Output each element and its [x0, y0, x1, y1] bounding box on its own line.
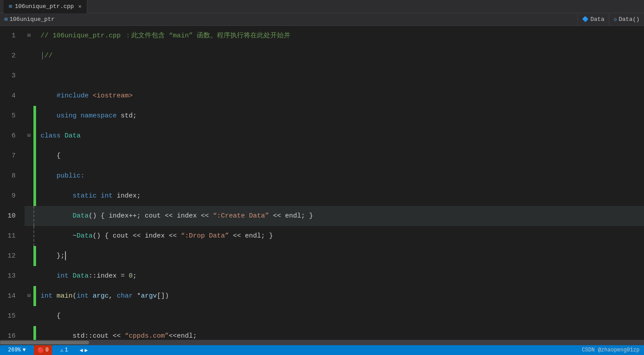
- code-area[interactable]: ⊟ // 106unique_ptr.cpp ：此文件包含 “main” 函数。…: [24, 26, 644, 340]
- breadcrumb-filename: 106unique_ptr: [9, 16, 54, 23]
- zoom-control[interactable]: 269% ▼: [4, 347, 29, 353]
- code-line-7: {: [24, 146, 644, 166]
- tab-close-button[interactable]: ✕: [78, 3, 82, 10]
- line-num-9: 9: [0, 186, 20, 206]
- code-line-5: using namespace std;: [24, 106, 644, 126]
- fold-14[interactable]: ⊟: [24, 286, 33, 306]
- line-14-content: int main(int argc, char *argv[]): [36, 286, 169, 306]
- zoom-level: 269%: [8, 347, 21, 353]
- line-num-4: 4: [0, 86, 20, 106]
- code-line-13: int Data::index = 0;: [24, 266, 644, 286]
- code-line-4: #include <iostream>: [24, 86, 644, 106]
- line-11-content: ~Data() { cout << index << “:Drop Data” …: [36, 226, 273, 246]
- csdn-credit: CSDN @zhaopeng01zp: [582, 347, 640, 353]
- code-line-3: [24, 66, 644, 86]
- line-num-15: 15: [0, 306, 20, 326]
- line-num-16: 16: [0, 326, 20, 340]
- line-12-content: };: [36, 246, 66, 266]
- nav-context1: 🔷 Data: [577, 13, 609, 25]
- warn-count: 1: [65, 347, 68, 353]
- line-num-6: 6: [0, 126, 20, 146]
- nav-bar: ⊞ 106unique_ptr 🔷 Data ◇ Data(): [0, 13, 644, 26]
- line-num-12: 12: [0, 246, 20, 266]
- nav-buttons[interactable]: ◀ ▶: [76, 347, 91, 354]
- horizontal-scrollbar[interactable]: [0, 340, 644, 345]
- line-num-14: 14: [0, 286, 20, 306]
- error-icon: 🔴: [37, 347, 44, 354]
- nav-context2-label: Data(): [619, 16, 640, 23]
- nav-func-icon: ◇: [614, 16, 617, 23]
- line-num-3: 3: [0, 66, 20, 86]
- line-16-content: std::cout << “cppds.com”<<endl;: [36, 326, 197, 340]
- breadcrumb-file: ⊞ 106unique_ptr: [0, 16, 577, 23]
- nav-context2: ◇ Data(): [609, 13, 644, 25]
- warning-count-section[interactable]: ⚠ 1: [57, 345, 71, 355]
- status-bar: 269% ▼ 🔴 0 ⚠ 1 ◀ ▶ CSDN @zhaopeng01zp: [0, 345, 644, 355]
- text-cursor: [65, 251, 66, 260]
- file-tab[interactable]: ⊞ 106unique_ptr.cpp ✕: [4, 0, 87, 13]
- line-2-content: │//: [36, 46, 53, 66]
- line-4-content: #include <iostream>: [36, 86, 133, 106]
- line-6-content: class Data: [36, 126, 81, 146]
- title-bar: ⊞ 106unique_ptr.cpp ✕: [0, 0, 644, 13]
- code-line-12: };: [24, 246, 644, 266]
- file-nav-icon: ⊞: [4, 16, 8, 23]
- tab-filename: 106unique_ptr.cpp: [15, 3, 74, 10]
- code-line-2: │//: [24, 46, 644, 66]
- line-7-content: {: [36, 146, 61, 166]
- error-count: 0: [45, 347, 49, 353]
- warn-icon: ⚠: [60, 347, 63, 354]
- line-num-13: 13: [0, 266, 20, 286]
- status-left: 269% ▼ 🔴 0 ⚠ 1 ◀ ▶: [4, 345, 91, 355]
- error-count-section[interactable]: 🔴 0: [34, 345, 52, 355]
- line-num-11: 11: [0, 226, 20, 246]
- nav-context1-label: Data: [591, 16, 604, 23]
- line-1-content: // 106unique_ptr.cpp ：此文件包含 “main” 函数。程序…: [36, 26, 290, 46]
- line-num-5: 5: [0, 106, 20, 126]
- code-lines: ⊟ // 106unique_ptr.cpp ：此文件包含 “main” 函数。…: [24, 26, 644, 340]
- code-line-10: Data() { index++; cout << index << “:Cre…: [24, 206, 644, 226]
- code-line-15: {: [24, 306, 644, 326]
- code-line-11: ~Data() { cout << index << “:Drop Data” …: [24, 226, 644, 246]
- line-num-8: 8: [0, 166, 20, 186]
- line-15-content: {: [36, 306, 61, 326]
- code-line-6: ⊟ class Data: [24, 126, 644, 146]
- fold-1[interactable]: ⊟: [24, 26, 33, 46]
- code-line-16: std::cout << “cppds.com”<<endl;: [24, 326, 644, 340]
- scrollbar-thumb[interactable]: [0, 341, 89, 344]
- code-line-1: ⊟ // 106unique_ptr.cpp ：此文件包含 “main” 函数。…: [24, 26, 644, 46]
- line-10-content: Data() { index++; cout << index << “:Cre…: [36, 206, 313, 226]
- nav-back-button[interactable]: ◀: [80, 347, 83, 354]
- line-5-content: using namespace std;: [36, 106, 137, 126]
- fold-6[interactable]: ⊟: [24, 126, 33, 146]
- code-line-9: static int index;: [24, 186, 644, 206]
- file-icon: ⊞: [9, 3, 12, 10]
- code-line-14: ⊟ int main(int argc, char *argv[]): [24, 286, 644, 306]
- line-3-content: [36, 66, 45, 86]
- line-8-content: public:: [36, 166, 85, 186]
- line-num-1: 1: [0, 26, 20, 46]
- line-num-2: 2: [0, 46, 20, 66]
- line-9-content: static int index;: [36, 186, 141, 206]
- zoom-dropdown-icon[interactable]: ▼: [23, 347, 26, 353]
- nav-data-icon: 🔷: [582, 16, 589, 23]
- line-num-7: 7: [0, 146, 20, 166]
- line-num-10: 10: [0, 206, 20, 226]
- nav-forward-button[interactable]: ▶: [85, 347, 88, 354]
- line-numbers: 1 2 3 4 5 6 7 8 9 10 11 12 13 14 15 16: [0, 26, 24, 340]
- line-13-content: int Data::index = 0;: [36, 266, 137, 286]
- code-line-8: public:: [24, 166, 644, 186]
- code-editor[interactable]: 1 2 3 4 5 6 7 8 9 10 11 12 13 14 15 16 ⊟…: [0, 26, 644, 340]
